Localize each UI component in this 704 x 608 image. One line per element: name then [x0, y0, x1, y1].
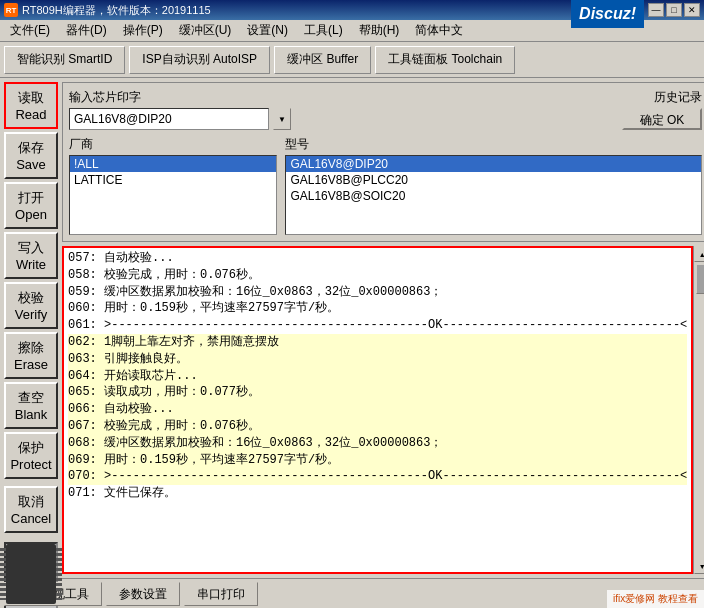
vendor-item-0[interactable]: !ALL — [70, 156, 276, 172]
menu-lang[interactable]: 简体中文 — [407, 20, 471, 41]
vendor-item-1[interactable]: LATTICE — [70, 172, 276, 188]
blank-button[interactable]: 查空 Blank — [4, 382, 58, 429]
log-line-0: 057: 自动校验... — [68, 250, 687, 267]
right-panel: 输入芯片印字 ▼ 历史记录 确定 OK 厂商 !ALL LATTICE — [62, 82, 704, 574]
left-panel: 读取 Read 保存 Save 打开 Open 写入 Write 校验 Veri… — [4, 82, 58, 574]
vendor-label: 厂商 — [69, 136, 277, 153]
status-bar: 液晶电视工具 参数设置 串口打印 ifix爱修网 教程查看 — [0, 578, 704, 608]
menu-settings[interactable]: 设置(N) — [239, 20, 296, 41]
ifix-badge: ifix爱修网 教程查看 — [607, 590, 704, 608]
app-icon: RT — [4, 3, 18, 17]
model-item-0[interactable]: GAL16V8@DIP20 — [286, 156, 701, 172]
scroll-thumb[interactable] — [696, 264, 704, 294]
log-line-13: 070: >----------------------------------… — [68, 468, 687, 485]
chip-dropdown-arrow[interactable]: ▼ — [273, 108, 291, 130]
autoisp-button[interactable]: ISP自动识别 AutoISP — [129, 46, 270, 74]
verify-button[interactable]: 校验 Verify — [4, 282, 58, 329]
discuz-badge: Discuz! — [571, 0, 644, 28]
cancel-button[interactable]: 取消 Cancel — [4, 486, 58, 533]
ok-button[interactable]: 确定 OK — [622, 108, 703, 130]
protect-button[interactable]: 保护 Protect — [4, 432, 58, 479]
log-line-1: 058: 校验完成，用时：0.076秒。 — [68, 267, 687, 284]
menu-buffer[interactable]: 缓冲区(U) — [171, 20, 240, 41]
log-area[interactable]: 057: 自动校验...058: 校验完成，用时：0.076秒。059: 缓冲区… — [62, 246, 693, 574]
scroll-down-button[interactable]: ▼ — [694, 558, 704, 574]
close-button[interactable]: ✕ — [684, 3, 700, 17]
chip-section: 输入芯片印字 ▼ 历史记录 确定 OK 厂商 !ALL LATTICE — [62, 82, 704, 242]
param-button[interactable]: 参数设置 — [106, 582, 180, 606]
log-line-12: 069: 用时：0.159秒，平均速率27597字节/秒。 — [68, 452, 687, 469]
minimize-button[interactable]: — — [648, 3, 664, 17]
log-line-6: 063: 引脚接触良好。 — [68, 351, 687, 368]
toolbar: 智能识别 SmartID ISP自动识别 AutoISP 缓冲区 Buffer … — [0, 42, 704, 78]
window-title: RT809H编程器，软件版本：20191115 — [22, 3, 211, 18]
model-item-2[interactable]: GAL16V8B@SOIC20 — [286, 188, 701, 204]
model-label: 型号 — [285, 136, 702, 153]
write-button[interactable]: 写入 Write — [4, 232, 58, 279]
log-line-10: 067: 校验完成，用时：0.076秒。 — [68, 418, 687, 435]
main-content: 读取 Read 保存 Save 打开 Open 写入 Write 校验 Veri… — [0, 78, 704, 578]
model-list[interactable]: GAL16V8@DIP20 GAL16V8B@PLCC20 GAL16V8B@S… — [285, 155, 702, 235]
device-display: RT809H 编程器 — [4, 542, 58, 608]
open-button[interactable]: 打开 Open — [4, 182, 58, 229]
log-line-3: 060: 用时：0.159秒，平均速率27597字节/秒。 — [68, 300, 687, 317]
chip-input[interactable] — [69, 108, 269, 130]
smartid-button[interactable]: 智能识别 SmartID — [4, 46, 125, 74]
port-button[interactable]: 串口打印 — [184, 582, 258, 606]
menu-operation[interactable]: 操作(P) — [115, 20, 171, 41]
buffer-button[interactable]: 缓冲区 Buffer — [274, 46, 371, 74]
log-line-8: 065: 读取成功，用时：0.077秒。 — [68, 384, 687, 401]
erase-button[interactable]: 擦除 Erase — [4, 332, 58, 379]
log-line-2: 059: 缓冲区数据累加校验和：16位_0x0863，32位_0x0000086… — [68, 284, 687, 301]
toolchain-button[interactable]: 工具链面板 Toolchain — [375, 46, 515, 74]
log-line-7: 064: 开始读取芯片... — [68, 368, 687, 385]
title-bar: RT RT809H编程器，软件版本：20191115 Discuz! — □ ✕ — [0, 0, 704, 20]
log-line-5: 062: 1脚朝上靠左对齐，禁用随意摆放 — [68, 334, 687, 351]
vendor-list[interactable]: !ALL LATTICE — [69, 155, 277, 235]
menu-device[interactable]: 器件(D) — [58, 20, 115, 41]
log-line-14: 071: 文件已保存。 — [68, 485, 687, 502]
menu-tools[interactable]: 工具(L) — [296, 20, 351, 41]
menu-help[interactable]: 帮助(H) — [351, 20, 408, 41]
log-line-4: 061: >----------------------------------… — [68, 317, 687, 334]
model-item-1[interactable]: GAL16V8B@PLCC20 — [286, 172, 701, 188]
read-button[interactable]: 读取 Read — [4, 82, 58, 129]
save-button[interactable]: 保存 Save — [4, 132, 58, 179]
log-line-11: 068: 缓冲区数据累加校验和：16位_0x0863，32位_0x0000086… — [68, 435, 687, 452]
maximize-button[interactable]: □ — [666, 3, 682, 17]
scroll-up-button[interactable]: ▲ — [694, 246, 704, 262]
menu-file[interactable]: 文件(E) — [2, 20, 58, 41]
history-label: 历史记录 — [654, 89, 702, 106]
chip-input-label: 输入芯片印字 — [69, 89, 614, 106]
device-chip — [6, 544, 56, 604]
log-line-9: 066: 自动校验... — [68, 401, 687, 418]
